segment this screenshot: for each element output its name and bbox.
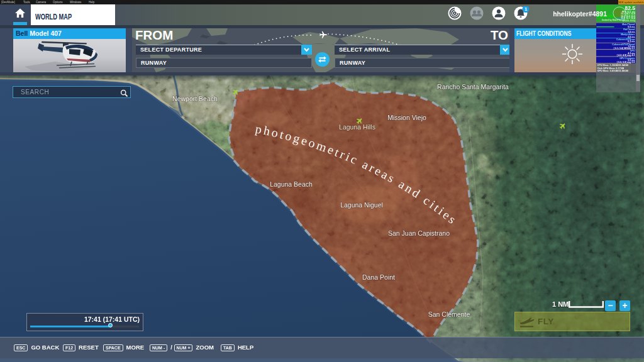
- svg-text:1.6 ms: 1.6 ms: [628, 31, 635, 33]
- svg-text:Laguna Beach: Laguna Beach: [270, 180, 313, 188]
- svg-text:limited by MainThread: limited by MainThread: [602, 19, 625, 21]
- svg-text:Newport Beach: Newport Beach: [172, 95, 218, 102]
- svg-text:San Juan Capistrano: San Juan Capistrano: [388, 229, 450, 237]
- svg-text:GPU Mem: 0.81GB/11.86GB: GPU Mem: 0.81GB/11.86GB: [597, 70, 629, 72]
- svg-text:Dana Point: Dana Point: [362, 273, 395, 281]
- svg-text:[ 12.5; 13.1]: [ 12.5; 13.1]: [623, 19, 635, 22]
- svg-text:San Clemente: San Clemente: [428, 310, 470, 318]
- svg-text:[ 0.0; 0.0] avg 0.0: [ 0.0; 0.0] avg 0.0: [617, 61, 635, 63]
- svg-text:Mission Viejo: Mission Viejo: [387, 114, 426, 121]
- svg-text:[ 4.2; 4.9] avg 4.3: [ 4.2; 4.9] avg 4.3: [617, 54, 635, 57]
- svg-text:Laguna Niguel: Laguna Niguel: [340, 201, 383, 209]
- svg-text:Laguna Hills: Laguna Hills: [339, 123, 375, 131]
- svg-text:CPU Mem: 1.19GB/31.94GB: CPU Mem: 1.19GB/31.94GB: [597, 64, 629, 67]
- svg-text:Club GPU Mem: 0.17GB: Club GPU Mem: 0.17GB: [597, 67, 625, 70]
- svg-text:0.3 ms: 0.3 ms: [628, 40, 635, 43]
- svg-text:1: 1: [525, 6, 527, 12]
- svg-text:Rancho Santa Margarita: Rancho Santa Margarita: [437, 83, 509, 90]
- svg-text:5.5 ms: 5.5 ms: [628, 26, 635, 28]
- svg-text:2.6 ms: 2.6 ms: [628, 36, 635, 38]
